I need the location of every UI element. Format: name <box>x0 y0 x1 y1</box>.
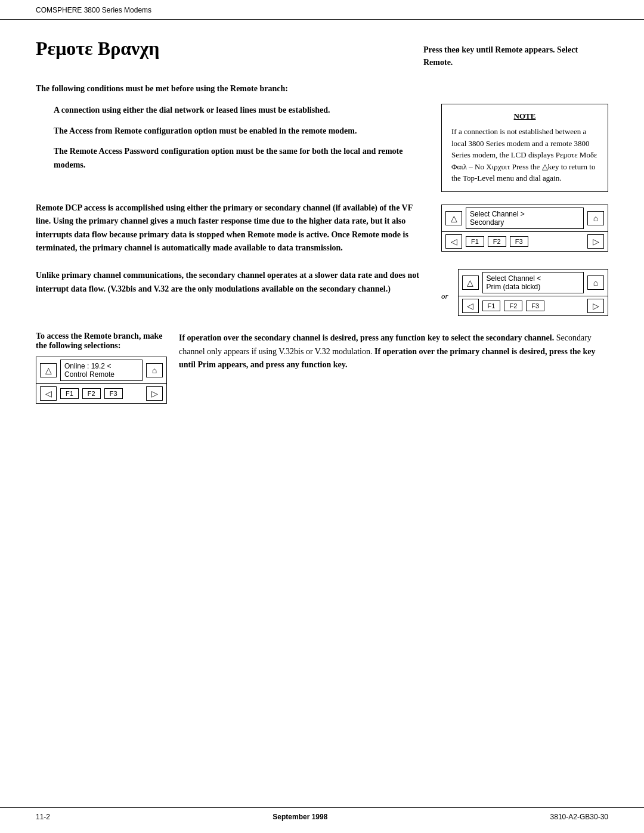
lcd-down-btn-1[interactable]: ⌂ <box>146 363 163 377</box>
note-box: NOTE If a connection is not established … <box>441 104 608 192</box>
lcd-f3-3[interactable]: F3 <box>526 301 544 311</box>
lcd-top-row-2: Select Channel > Secondary ⌂ <box>442 205 608 232</box>
lcd-f1-3[interactable]: F1 <box>482 301 501 311</box>
lcd-line1-1: Online : 19.2 < <box>64 362 138 370</box>
lcd-top-row-1: Online : 19.2 < Control Remote ⌂ <box>36 357 166 384</box>
lcd-up-btn-3[interactable] <box>462 275 479 290</box>
lcd-down-btn-3[interactable]: ⌂ <box>587 275 604 290</box>
para-if-secondary-bold: If operation over the secondary channel … <box>179 333 554 342</box>
lcd-f2-2[interactable]: F2 <box>488 236 506 247</box>
conditions-heading: The following conditions must be met bef… <box>36 82 608 95</box>
page-footer: 11-2 September 1998 3810-A2-GB30-30 <box>0 807 644 821</box>
lcd-left-btn-3[interactable] <box>462 299 479 313</box>
bottom-left: To access the Remote branch, make the fo… <box>36 332 167 411</box>
condition2: The Access from Remote configuration opt… <box>54 125 429 138</box>
para-dcp: Remote DCP access is accomplished using … <box>36 202 429 255</box>
lcd-diagram-3: Select Channel < Prim (data blckd) ⌂ F1 … <box>458 269 608 316</box>
or-label: or <box>441 292 448 301</box>
para-if-secondary: If operation over the secondary channel … <box>179 332 608 371</box>
intro-right: NOTE If a connection is not established … <box>441 104 608 192</box>
footer-center: September 1998 <box>273 813 327 821</box>
lcd-diagram-2: Select Channel > Secondary ⌂ F1 F2 F3 <box>441 205 608 252</box>
lcd-f1-1[interactable]: F1 <box>60 388 79 399</box>
lcd-f3-2[interactable]: F3 <box>510 236 528 247</box>
page-title: Ρεμοτε Βρανχη <box>36 38 159 60</box>
lcd-bottom-row-2: F1 F2 F3 <box>442 232 608 251</box>
lcd-screen-1: Online : 19.2 < Control Remote <box>60 360 143 381</box>
condition3: The Remote Access Password configuration… <box>54 145 429 172</box>
lcd-line1-3: Select Channel < <box>487 274 580 283</box>
lcd-f2-1[interactable]: F2 <box>82 388 101 399</box>
lcd-top-row-3: Select Channel < Prim (data blckd) ⌂ <box>459 270 608 296</box>
footer-right: 3810-A2-GB30-30 <box>550 813 608 821</box>
lcd-f2-3[interactable]: F2 <box>504 301 522 311</box>
secondary-right: or Select Channel < Prim (data blckd) ⌂ <box>441 269 608 323</box>
lcd-line2-1: Control Remote <box>64 370 138 379</box>
page-header: COMSPHERE 3800 Series Modems <box>0 0 644 20</box>
intro-section: A connection using either the dial netwo… <box>36 104 608 192</box>
lcd-left-btn-1[interactable] <box>40 386 57 401</box>
note-title: NOTE <box>451 112 598 121</box>
lcd-right-btn-3[interactable] <box>587 299 604 313</box>
lcd-screen-3: Select Channel < Prim (data blckd) <box>482 272 584 293</box>
lcd-bottom-row-3: F1 F2 F3 <box>459 296 608 315</box>
lcd-right-btn-1[interactable] <box>146 386 163 401</box>
lcd-screen-2: Select Channel > Secondary <box>466 208 584 229</box>
lcd-down-btn-2[interactable]: ⌂ <box>587 211 604 225</box>
lcd-line2-3: Prim (data blckd) <box>487 283 580 291</box>
mid-section: Remote DCP access is accomplished using … <box>36 202 608 262</box>
bottom-section: To access the Remote branch, make the fo… <box>36 332 608 411</box>
condition1: A connection using either the dial netwo… <box>54 104 429 117</box>
selections-intro: To access the Remote branch, make the fo… <box>36 332 167 351</box>
para-secondary: Unlike primary channel communications, t… <box>36 269 429 296</box>
footer-left: 11-2 <box>36 813 50 821</box>
page-container: COMSPHERE 3800 Series Modems Ρεμοτε Βραν… <box>0 0 644 833</box>
note-text: If a connection is not established betwe… <box>451 126 598 184</box>
lcd-line2-2: Secondary <box>470 218 580 227</box>
secondary-section: Unlike primary channel communications, t… <box>36 269 608 323</box>
right-heading: Press theø key until Remote appears. Sel… <box>423 38 608 69</box>
page-content: Ρεμοτε Βρανχη Press theø key until Remot… <box>0 20 644 467</box>
lcd-up-btn-1[interactable] <box>40 363 57 377</box>
bottom-right: If operation over the secondary channel … <box>179 332 608 411</box>
lcd-bottom-row-1: F1 F2 F3 <box>36 384 166 403</box>
lcd-right-btn-2[interactable] <box>587 234 604 249</box>
secondary-left: Unlike primary channel communications, t… <box>36 269 429 323</box>
lcd-diagram-1: Online : 19.2 < Control Remote ⌂ F1 F2 F… <box>36 357 167 404</box>
lcd-left-btn-2[interactable] <box>445 234 462 249</box>
lcd-up-btn-2[interactable] <box>445 211 462 225</box>
lcd-f1-2[interactable]: F1 <box>466 236 484 247</box>
lcd-line1-2: Select Channel > <box>470 210 580 218</box>
header-left: COMSPHERE 3800 Series Modems <box>36 6 151 14</box>
lcd-f3-1[interactable]: F3 <box>104 388 123 399</box>
mid-right: Select Channel > Secondary ⌂ F1 F2 F3 <box>441 202 608 262</box>
intro-left: A connection using either the dial netwo… <box>36 104 429 192</box>
mid-left: Remote DCP access is accomplished using … <box>36 202 429 262</box>
